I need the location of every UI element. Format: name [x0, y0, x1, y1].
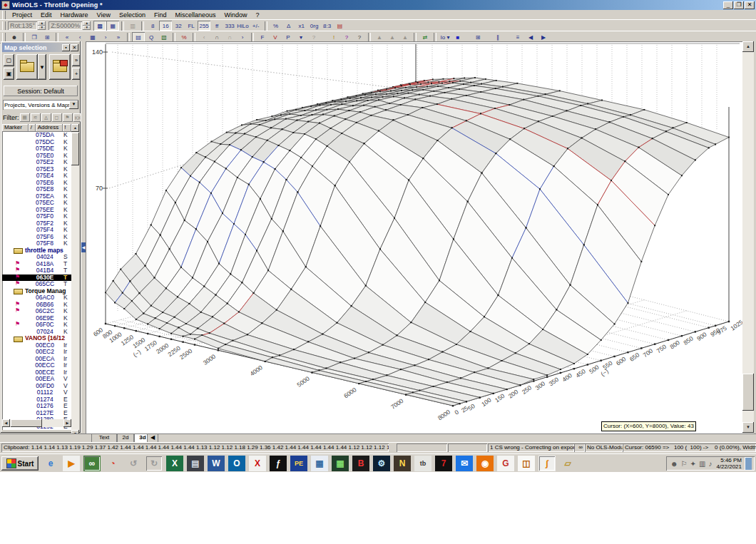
compare-icon[interactable]: 8:3 [321, 21, 334, 31]
open-project-button[interactable] [16, 54, 38, 80]
view-scroll-thumb[interactable] [742, 374, 754, 411]
show-desktop-button[interactable] [745, 457, 752, 470]
taskbar-swirl-2-icon[interactable]: ↻ [145, 456, 163, 471]
filter-button-1[interactable]: ▦ [20, 113, 30, 122]
menu-item-find[interactable]: Find [150, 11, 171, 19]
surface-chart[interactable]: 1407060080010001250150017502000225025003… [86, 41, 742, 433]
scroll-right-icon[interactable]: ▶ [63, 419, 71, 427]
whats-this-icon[interactable]: ? [353, 32, 366, 42]
view-2d-icon[interactable]: ▩ [93, 21, 106, 31]
menu-item-hardware[interactable]: Hardware [56, 11, 93, 19]
taskbar-folder-window-icon[interactable]: ▱ [559, 456, 576, 471]
colorbars-icon[interactable]: ▤ [334, 21, 347, 31]
taskbar-thunderbird-icon[interactable]: ✉ [456, 456, 473, 471]
param-view-icon[interactable]: P [282, 32, 295, 42]
preview-icon[interactable]: ▧ [158, 32, 170, 42]
map-create-icon[interactable]: ▲ [373, 32, 386, 42]
tray-update-icon[interactable]: ✦ [690, 460, 696, 468]
nav-left-icon[interactable]: ◀ [524, 32, 537, 42]
checksum-icon[interactable]: ! [327, 32, 340, 42]
value-view-icon[interactable]: V [269, 32, 282, 42]
filter-button-4[interactable]: ◻ [52, 113, 62, 122]
column-marker[interactable]: Marker [2, 124, 29, 132]
connections-icon[interactable]: % [178, 32, 190, 42]
zoom-selection-icon[interactable]: Q [145, 32, 158, 42]
map-delete-icon[interactable]: ▲ [399, 32, 412, 42]
restore-button[interactable]: ❐ [734, 1, 744, 9]
column-sort[interactable]: / [29, 124, 36, 132]
menu-item-[interactable]: ? [252, 11, 264, 19]
rotation-stepper[interactable]: Rot:135° ▲▼ [8, 21, 46, 30]
taskbar-g-app-icon[interactable]: G [497, 456, 514, 471]
filter-button-3[interactable]: Δ [41, 113, 51, 122]
rotation-spin-buttons[interactable]: ▲▼ [38, 21, 46, 30]
factor-x1-icon[interactable]: x1 [295, 21, 308, 31]
taskbar-chrome-icon[interactable]: ◔ [104, 456, 121, 471]
list-scroll-thumb[interactable] [71, 133, 79, 165]
taskbar-pe-app-icon[interactable]: PE [290, 456, 307, 471]
prev-map-icon[interactable]: ‹ [73, 32, 86, 42]
taskbar-excel-icon[interactable]: X [166, 456, 183, 471]
taskbar-tb-circle-icon[interactable]: tb [414, 456, 431, 471]
rotation-value[interactable]: Rot:135° [8, 21, 37, 30]
zoom-spin-buttons[interactable]: ▲▼ [83, 21, 91, 30]
help-icon[interactable]: ? [340, 32, 353, 42]
close-button[interactable]: ✕ [745, 1, 755, 9]
taskbar-wrench-icon[interactable]: ∫ [538, 456, 556, 471]
map-3d-view[interactable]: 1407060080010001250150017502000225025003… [86, 41, 742, 433]
original-icon[interactable]: 0rg [308, 21, 321, 31]
split-window-icon[interactable]: ⊞ [471, 32, 484, 42]
taskbar-calculator-icon[interactable]: ▦ [311, 456, 328, 471]
title-bar[interactable]: ◆ WinOLS - Throttle Opening * _❐✕ [0, 0, 756, 10]
bits-16-icon[interactable]: 16 [159, 21, 172, 31]
list-vertical-scrollbar[interactable]: ▲ ▼ [71, 124, 79, 438]
menu-item-window[interactable]: Window [220, 11, 251, 19]
help-context-icon[interactable]: ? [307, 32, 320, 42]
page-forward-button[interactable]: » [72, 54, 81, 66]
hex-ff-icon[interactable]: ff [210, 21, 223, 31]
first-map-icon[interactable]: « [61, 32, 73, 42]
last-map-icon[interactable]: » [112, 32, 125, 42]
panel-pin-icon[interactable]: ▪ [62, 44, 70, 51]
zoom-stepper[interactable]: Z:50000% ▲▼ [48, 21, 91, 30]
taskbar-red-x-app-icon[interactable]: X [249, 456, 266, 471]
map-selection-header[interactable]: Map selection ▪ ✕ [2, 43, 79, 52]
new-project-button[interactable]: ▢ [4, 54, 14, 66]
panel-close-icon[interactable]: ✕ [71, 44, 78, 51]
taskbar-math-app-icon[interactable]: ƒ [270, 456, 287, 471]
next-version-icon[interactable]: › [236, 32, 249, 42]
page-add-button[interactable]: + [72, 68, 81, 80]
open-project-dropdown[interactable]: ▼ [38, 54, 46, 80]
minimize-button[interactable]: _ [723, 1, 733, 9]
combobox-arrow-icon[interactable]: ▼ [69, 101, 78, 109]
tray-volume-icon[interactable]: ♪ [708, 460, 712, 468]
taskbar-ie-icon[interactable]: e [42, 456, 59, 471]
map-grid-icon[interactable]: ▦ [86, 32, 99, 42]
view-text-icon[interactable]: ▥ [126, 21, 139, 31]
view-vertical-scrollbar[interactable]: ▲ ▼ [742, 41, 754, 433]
window-grid-icon[interactable]: ⊞ [41, 32, 53, 42]
save-project-button[interactable]: ▣ [4, 68, 14, 80]
taskbar-lock-app-icon[interactable]: ◉ [476, 456, 494, 471]
bin-333-icon[interactable]: 333 [223, 21, 236, 31]
filter-button-5[interactable]: ⚑ [63, 113, 73, 122]
user-icon[interactable]: ☻ [8, 32, 21, 42]
taskbar-chip-icon[interactable]: ▤ [187, 456, 204, 471]
zoom-value[interactable]: Z:50000% [48, 21, 82, 30]
color-block-icon[interactable]: ■ [451, 32, 464, 42]
scroll-up-icon[interactable]: ▲ [71, 124, 79, 132]
swap-icon[interactable]: ⇄ [419, 32, 431, 42]
bits-32-icon[interactable]: 32 [172, 21, 185, 31]
version-b-icon[interactable]: ∩ [223, 32, 236, 42]
taskbar-word-icon[interactable]: W [208, 456, 225, 471]
percent-icon[interactable]: % [270, 21, 282, 31]
taskbar-media-player-icon[interactable]: ▶ [63, 456, 80, 471]
tray-flag-icon[interactable]: ⚐ [681, 460, 688, 468]
split-horz-icon[interactable]: ≡ [511, 32, 524, 42]
hilo-icon[interactable]: HiLo [236, 21, 249, 31]
menu-item-view[interactable]: View [93, 11, 115, 19]
bits-8-icon[interactable]: 8 [146, 21, 159, 31]
menu-item-edit[interactable]: Edit [36, 11, 56, 19]
taskbar-map-tool-icon[interactable]: ▦ [332, 456, 349, 471]
taskbar-seven-app-icon[interactable]: 7 [435, 456, 452, 471]
